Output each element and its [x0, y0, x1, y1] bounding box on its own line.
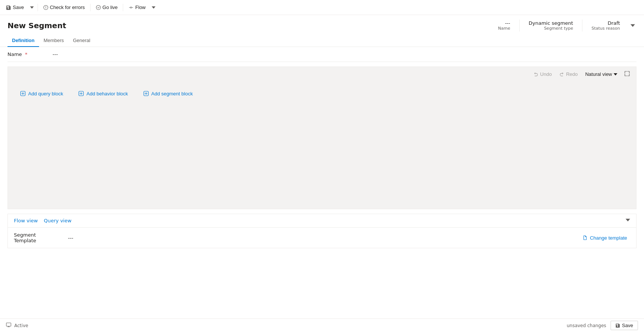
svg-point-1 [96, 5, 100, 9]
page-title: New Segment [8, 21, 66, 30]
undo-icon [533, 72, 538, 77]
header-chevron-button[interactable] [629, 22, 636, 29]
go-live-icon [96, 5, 101, 10]
add-query-block-button[interactable]: Add query block [17, 89, 66, 98]
monitor-icon [6, 322, 11, 327]
name-field-row: Name * --- [8, 47, 636, 62]
natural-view-chevron-icon [614, 72, 617, 76]
undo-label: Undo [540, 71, 552, 77]
bottom-chevron-button[interactable] [626, 218, 630, 223]
name-meta-value: --- [505, 20, 510, 26]
flow-view-tab[interactable]: Flow view [14, 218, 38, 223]
status-left: Active [6, 322, 28, 329]
change-template-label: Change template [590, 235, 627, 241]
bottom-chevron-icon [626, 218, 630, 222]
change-template-button[interactable]: Change template [579, 234, 630, 242]
save-icon [6, 5, 11, 10]
add-segment-block-label: Add segment block [151, 91, 193, 97]
unsaved-changes-text: unsaved changes [567, 323, 606, 328]
name-field-label: Name * [8, 51, 53, 57]
canvas-content: Add query block Add behavior block [8, 81, 636, 106]
redo-icon [559, 72, 564, 77]
content-body: Name * --- Undo [0, 47, 644, 318]
go-live-label: Go live [103, 5, 118, 10]
flow-button[interactable]: Flow [125, 2, 148, 13]
status-text: Active [14, 323, 28, 328]
save-button[interactable]: Save [3, 2, 27, 13]
toolbar-divider-1 [38, 4, 38, 11]
status-reason-label: Status reason [591, 26, 620, 31]
name-meta: --- Name [498, 20, 510, 31]
tab-members[interactable]: Members [39, 35, 68, 47]
definition-canvas: Undo Redo Natural view [8, 66, 636, 209]
required-indicator: * [25, 51, 28, 57]
save-dropdown-button[interactable] [29, 2, 35, 13]
segment-template-label: Segment Template [14, 232, 59, 243]
name-meta-label: Name [498, 26, 510, 31]
status-save-icon [615, 323, 620, 328]
bottom-tabs: Flow view Query view [14, 218, 71, 223]
check-errors-label: Check for errors [50, 5, 85, 10]
check-errors-icon [43, 5, 48, 10]
toolbar: Save Check for errors Go live Flow [0, 0, 644, 15]
page-header: New Segment --- Name Dynamic segment Seg… [0, 15, 644, 32]
status-reason-value: Draft [608, 20, 620, 26]
status-save-button[interactable]: Save [611, 321, 638, 330]
add-block-row: Add query block Add behavior block [17, 89, 627, 98]
save-chevron-icon [30, 6, 34, 9]
segment-template-row: Segment Template --- [14, 232, 73, 243]
status-reason-meta: Draft Status reason [591, 20, 620, 31]
toolbar-divider-3 [123, 4, 123, 11]
add-segment-block-icon [143, 91, 149, 97]
canvas-toolbar: Undo Redo Natural view [8, 67, 636, 81]
meta-divider-1 [519, 20, 520, 32]
add-segment-block-button[interactable]: Add segment block [140, 89, 196, 98]
expand-icon [624, 71, 630, 77]
main-container: New Segment --- Name Dynamic segment Seg… [0, 15, 644, 318]
status-right: unsaved changes Save [567, 321, 638, 330]
toolbar-divider-2 [90, 4, 90, 11]
add-query-block-label: Add query block [28, 91, 63, 97]
bottom-section: Flow view Query view Segment Template --… [8, 214, 636, 248]
header-meta: --- Name Dynamic segment Segment type Dr… [498, 20, 636, 32]
natural-view-label: Natural view [585, 71, 612, 77]
segment-type-label: Segment type [544, 26, 573, 31]
segment-type-meta: Dynamic segment Segment type [529, 20, 573, 31]
status-save-label: Save [622, 323, 633, 328]
screen-icon [6, 322, 11, 329]
flow-dropdown-button[interactable] [150, 2, 157, 13]
status-bar: Active unsaved changes Save [0, 318, 644, 332]
segment-template-value: --- [68, 235, 73, 241]
bottom-section-header[interactable]: Flow view Query view [8, 214, 636, 228]
meta-divider-2 [582, 20, 582, 32]
natural-view-button[interactable]: Natural view [583, 71, 620, 78]
add-behavior-block-button[interactable]: Add behavior block [75, 89, 131, 98]
tab-general[interactable]: General [68, 35, 95, 47]
flow-label: Flow [135, 5, 145, 10]
add-behavior-block-icon [78, 91, 84, 97]
check-errors-button[interactable]: Check for errors [40, 2, 88, 13]
undo-button[interactable]: Undo [531, 71, 554, 78]
flow-icon [128, 5, 134, 10]
redo-button[interactable]: Redo [557, 71, 580, 78]
query-view-tab[interactable]: Query view [44, 218, 72, 223]
name-field-value: --- [53, 51, 58, 57]
tab-definition[interactable]: Definition [8, 35, 39, 47]
save-label: Save [13, 5, 24, 10]
tabs: Definition Members General [0, 32, 644, 47]
segment-type-value: Dynamic segment [529, 20, 573, 26]
change-template-icon [582, 235, 588, 240]
redo-label: Redo [566, 71, 578, 77]
expand-button[interactable] [623, 70, 632, 78]
add-behavior-block-label: Add behavior block [86, 91, 128, 97]
header-chevron-icon [630, 23, 635, 28]
flow-chevron-icon [152, 6, 155, 9]
add-query-block-icon [20, 91, 26, 97]
bottom-content: Segment Template --- Change template [8, 228, 636, 248]
go-live-button[interactable]: Go live [93, 2, 121, 13]
svg-rect-2 [6, 323, 11, 326]
